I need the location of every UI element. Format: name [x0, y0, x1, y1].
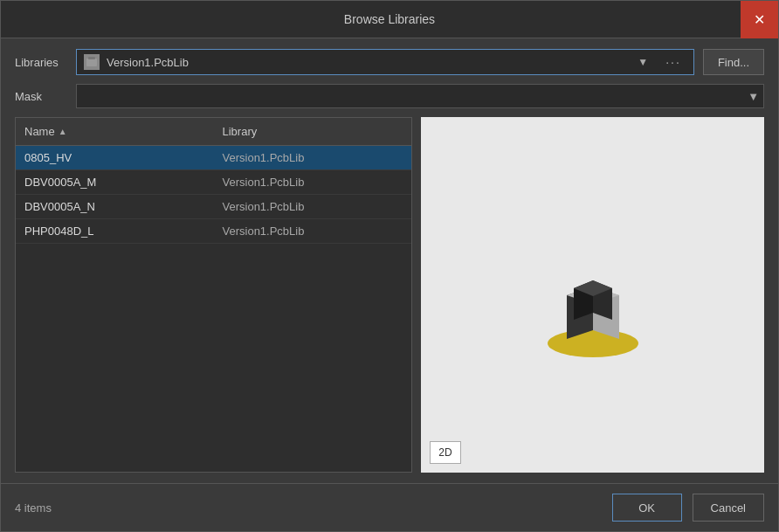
footer-buttons: OK Cancel: [612, 494, 764, 522]
cell-library: Version1.PcbLib: [214, 225, 412, 238]
mask-row: Mask ▼: [15, 84, 764, 108]
dialog-title: Browse Libraries: [344, 12, 435, 26]
library-select[interactable]: Version1.PcbLib ▼ ···: [76, 49, 694, 75]
dialog-content: Libraries Version1.PcbLib ▼ ··· Find... …: [1, 38, 778, 483]
cell-name: DBV0005A_M: [16, 176, 214, 189]
col-name-header: Name ▲: [16, 125, 214, 138]
table-row[interactable]: DBV0005A_N Version1.PcbLib: [16, 195, 411, 219]
title-bar: Browse Libraries ✕: [1, 1, 778, 38]
table-row[interactable]: DBV0005A_M Version1.PcbLib: [16, 170, 411, 195]
svg-point-2: [548, 329, 638, 357]
table-row[interactable]: PHP0048D_L Version1.PcbLib: [16, 219, 411, 244]
library-menu-dots[interactable]: ···: [660, 55, 686, 69]
preview-panel: 2D: [421, 117, 764, 473]
browse-libraries-dialog: Browse Libraries ✕ Libraries Version1.Pc…: [0, 0, 779, 532]
list-body[interactable]: 0805_HV Version1.PcbLib DBV0005A_M Versi…: [16, 146, 411, 472]
mask-input[interactable]: [76, 84, 764, 108]
main-area: Name ▲ Library 0805_HV Version1.PcbLib D…: [15, 117, 764, 473]
list-panel: Name ▲ Library 0805_HV Version1.PcbLib D…: [15, 117, 412, 473]
library-name: Version1.PcbLib: [107, 56, 625, 69]
libraries-row: Libraries Version1.PcbLib ▼ ··· Find...: [15, 49, 764, 75]
ok-button[interactable]: OK: [612, 494, 682, 522]
footer: 4 items OK Cancel: [1, 483, 778, 531]
cell-name: 0805_HV: [16, 151, 214, 164]
cell-library: Version1.PcbLib: [214, 200, 412, 213]
items-count: 4 items: [15, 501, 52, 515]
svg-rect-1: [88, 57, 95, 59]
component-preview-3d: [506, 217, 680, 374]
close-button[interactable]: ✕: [741, 1, 778, 38]
cell-name: PHP0048D_L: [16, 225, 214, 238]
list-header: Name ▲ Library: [16, 118, 411, 146]
cell-library: Version1.PcbLib: [214, 176, 412, 189]
library-icon: [84, 54, 100, 70]
cell-name: DBV0005A_N: [16, 200, 214, 213]
preview-2d-button[interactable]: 2D: [430, 441, 461, 464]
cancel-button[interactable]: Cancel: [693, 494, 764, 522]
table-row[interactable]: 0805_HV Version1.PcbLib: [16, 146, 411, 170]
col-library-header: Library: [214, 125, 412, 138]
mask-label: Mask: [15, 90, 67, 103]
cell-library: Version1.PcbLib: [214, 151, 412, 164]
sort-arrow-icon: ▲: [59, 127, 67, 136]
library-dropdown-arrow[interactable]: ▼: [632, 56, 653, 68]
libraries-label: Libraries: [15, 56, 67, 69]
mask-input-wrapper: ▼: [76, 84, 764, 108]
find-button[interactable]: Find...: [703, 49, 764, 75]
svg-rect-0: [86, 59, 97, 66]
